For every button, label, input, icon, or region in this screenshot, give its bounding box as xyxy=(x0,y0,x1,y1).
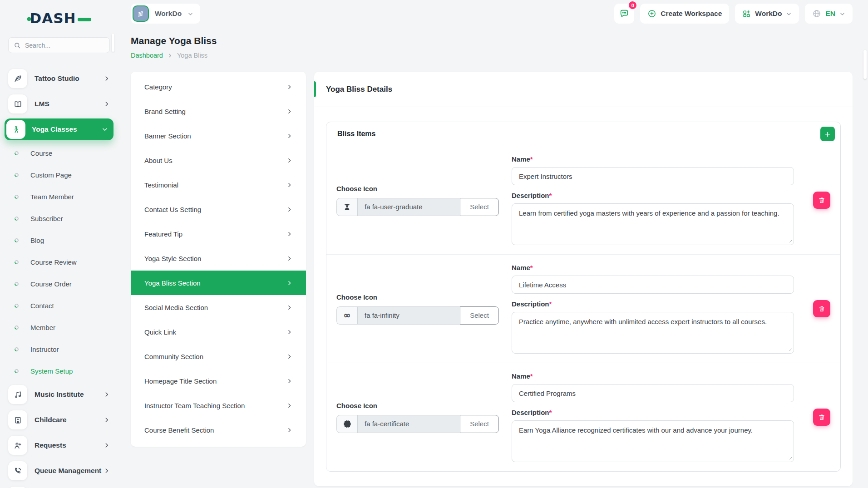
user-graduate-icon xyxy=(336,198,357,216)
description-textarea[interactable]: Earn Yoga Alliance recognized certificat… xyxy=(512,420,794,462)
sidebar-item-partial[interactable] xyxy=(8,483,110,488)
required-mark: * xyxy=(549,192,552,199)
sidebar-item-childcare[interactable]: Childcare xyxy=(8,407,110,433)
icon-class-input[interactable] xyxy=(357,198,460,216)
menu-item-category[interactable]: Category xyxy=(131,74,306,99)
sidebar-item-custom-page[interactable]: Custom Page xyxy=(8,164,110,186)
sidebar-subitem-label: Course Review xyxy=(30,258,77,266)
sidebar-item-member[interactable]: Member xyxy=(8,316,110,338)
menu-item-contact-us-setting[interactable]: Contact Us Setting xyxy=(131,197,306,222)
chevron-right-icon xyxy=(286,108,292,114)
menu-item-instructor-team-teaching-section[interactable]: Instructor Team Teaching Section xyxy=(131,393,306,418)
menu-item-social-media-section[interactable]: Social Media Section xyxy=(131,295,306,320)
add-item-button[interactable]: + xyxy=(820,127,835,141)
bullet-icon xyxy=(14,303,20,309)
trash-icon xyxy=(818,414,825,421)
sidebar-item-requests[interactable]: Requests xyxy=(8,433,110,458)
menu-item-quick-link[interactable]: Quick Link xyxy=(131,320,306,344)
name-input[interactable] xyxy=(512,167,794,185)
messages-button[interactable]: 0 xyxy=(614,4,634,24)
chevron-right-icon xyxy=(286,207,292,212)
select-icon-button[interactable]: Select xyxy=(460,198,499,216)
description-textarea[interactable]: Practice anytime, anywhere with unlimite… xyxy=(512,312,794,354)
create-workspace-button[interactable]: Create Workspace xyxy=(640,4,729,24)
menu-item-banner-section[interactable]: Banner Section xyxy=(131,123,306,148)
page-scrollbar-thumb[interactable] xyxy=(863,50,867,79)
chevron-down-icon xyxy=(786,11,792,17)
sidebar-subitem-label: Course xyxy=(30,149,52,157)
bliss-item-row: Choose Icon Select Name* xyxy=(326,146,840,255)
sidebar-item-lms[interactable]: LMS xyxy=(8,91,110,117)
sidebar-item-yoga-classes[interactable]: Yoga Classes xyxy=(5,118,113,140)
select-icon-button[interactable]: Select xyxy=(460,415,499,433)
details-title: Yoga Bliss Details xyxy=(326,85,392,94)
menu-item-community-section[interactable]: Community Section xyxy=(131,344,306,369)
menu-item-brand-setting[interactable]: Brand Setting xyxy=(131,99,306,123)
menu-item-homepage-title-section[interactable]: Homepage Title Section xyxy=(131,369,306,393)
menu-item-course-benefit-section[interactable]: Course Benefit Section xyxy=(131,418,306,442)
sidebar-item-course-order[interactable]: Course Order xyxy=(8,273,110,295)
sidebar-search[interactable] xyxy=(8,37,110,53)
chevron-right-icon xyxy=(286,231,292,237)
chevron-right-icon xyxy=(286,158,292,163)
sidebar-subitem-label: Course Order xyxy=(30,280,72,288)
page-head: Manage Yoga Bliss Dashboard Yoga Bliss xyxy=(131,35,853,59)
icon-class-input[interactable] xyxy=(357,415,460,433)
name-field-group: Name* xyxy=(512,372,794,402)
sidebar-item-tattoo-studio[interactable]: Tattoo Studio xyxy=(8,66,110,91)
description-label-text: Description xyxy=(512,192,549,199)
sidebar-item-instructor[interactable]: Instructor xyxy=(8,338,110,360)
sidebar-item-course[interactable]: Course xyxy=(8,142,110,164)
sidebar-item-label: Yoga Classes xyxy=(32,125,102,133)
menu-item-featured-tip[interactable]: Featured Tip xyxy=(131,222,306,246)
menu-item-label: Homepage Title Section xyxy=(144,377,217,385)
icon-input-group: Select xyxy=(336,415,499,433)
required-mark: * xyxy=(549,300,552,308)
sidebar-scrollbar-thumb[interactable] xyxy=(112,34,114,52)
sidebar-item-contact[interactable]: Contact xyxy=(8,295,110,316)
name-input[interactable] xyxy=(512,384,794,402)
sidebar: DASH Tattoo Studio LMS xyxy=(0,0,118,488)
delete-item-button[interactable] xyxy=(813,300,830,317)
search-icon xyxy=(14,42,21,49)
settings-menu-card: Category Brand Setting Banner Section Ab… xyxy=(131,72,306,447)
sidebar-item-subscriber[interactable]: Subscriber xyxy=(8,207,110,229)
description-textarea[interactable]: Learn from certified yoga masters with y… xyxy=(512,203,794,245)
textarea-wrap: Practice anytime, anywhere with unlimite… xyxy=(512,312,794,354)
sidebar-item-course-review[interactable]: Course Review xyxy=(8,251,110,273)
language-button[interactable]: EN xyxy=(805,4,853,24)
sidebar-item-blog[interactable]: Blog xyxy=(8,229,110,251)
name-label-text: Name xyxy=(512,372,530,380)
chevron-right-icon xyxy=(168,53,173,58)
workspace-button[interactable]: WorkDo xyxy=(131,4,200,24)
building-icon xyxy=(8,410,27,429)
sidebar-subitem-label: System Setup xyxy=(30,367,73,375)
name-input[interactable] xyxy=(512,276,794,294)
menu-item-yoga-bliss-section[interactable]: Yoga Bliss Section xyxy=(131,271,306,295)
sidebar-nav: Tattoo Studio LMS Yoga Classes xyxy=(8,66,110,488)
chevron-right-icon xyxy=(286,378,292,384)
breadcrumb-dashboard-link[interactable]: Dashboard xyxy=(131,52,163,59)
name-label-text: Name xyxy=(512,264,530,271)
icon-class-input[interactable] xyxy=(357,306,460,325)
sidebar-item-music-institute[interactable]: Music Institute xyxy=(8,382,110,407)
sidebar-item-queue-management[interactable]: Queue Management xyxy=(8,458,110,483)
menu-item-label: Yoga Style Section xyxy=(144,255,201,262)
sidebar-item-team-member[interactable]: Team Member xyxy=(8,186,110,207)
chevron-right-icon xyxy=(286,403,292,409)
sidebar-subitem-label: Member xyxy=(30,324,55,331)
sidebar-item-system-setup[interactable]: System Setup xyxy=(8,360,110,382)
icon-input-group: ∞ Select xyxy=(336,306,499,325)
search-input[interactable] xyxy=(25,42,104,49)
name-field-group: Name* xyxy=(512,155,794,185)
workspace-switcher-button[interactable]: WorkDo xyxy=(735,4,799,24)
delete-item-button[interactable] xyxy=(813,409,830,426)
menu-item-about-us[interactable]: About Us xyxy=(131,148,306,173)
sidebar-item-label: Music Institute xyxy=(35,390,104,399)
select-icon-button[interactable]: Select xyxy=(460,306,499,325)
chevron-right-icon xyxy=(104,417,110,423)
menu-item-testimonial[interactable]: Testimonial xyxy=(131,173,306,197)
menu-item-yoga-style-section[interactable]: Yoga Style Section xyxy=(131,246,306,271)
bliss-item-row: Choose Icon ∞ Select Name* xyxy=(326,255,840,363)
delete-item-button[interactable] xyxy=(813,192,830,209)
